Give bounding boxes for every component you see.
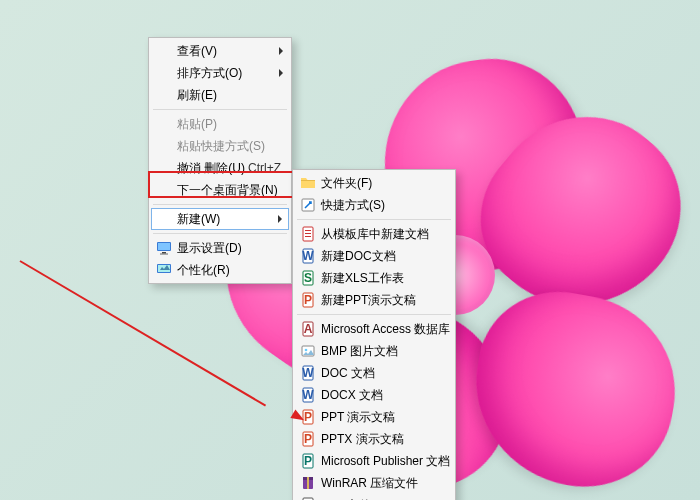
svg-point-19 <box>305 349 308 352</box>
menu-personalize[interactable]: 个性化(R) <box>151 259 289 281</box>
folder-icon <box>300 175 316 191</box>
new-from-template[interactable]: 从模板库中新建文档 <box>295 223 453 245</box>
menu-separator <box>153 109 287 110</box>
new-folder[interactable]: 文件夹(F) <box>295 172 453 194</box>
menu-paste: 粘贴(P) <box>151 113 289 135</box>
menu-separator <box>297 314 451 315</box>
ppt-icon: P <box>300 431 316 447</box>
svg-text:W: W <box>302 366 314 380</box>
svg-text:W: W <box>302 249 314 263</box>
chevron-right-icon <box>279 69 283 77</box>
menu-separator <box>153 204 287 205</box>
display-icon <box>156 240 172 256</box>
desktop-context-menu: 查看(V) 排序方式(O) 刷新(E) 粘贴(P) 粘贴快捷方式(S) 撤消 删… <box>148 37 292 284</box>
new-bmp[interactable]: BMP 图片文档 <box>295 340 453 362</box>
svg-rect-2 <box>162 252 166 254</box>
menu-separator <box>297 219 451 220</box>
word-icon: W <box>300 365 316 381</box>
excel-icon: S <box>300 270 316 286</box>
personalize-icon <box>156 262 172 278</box>
archive-icon <box>300 475 316 491</box>
menu-next-background[interactable]: 下一个桌面背景(N) <box>151 179 289 201</box>
new-rar[interactable]: WinRAR 压缩文件 <box>295 472 453 494</box>
new-doc[interactable]: WDOC 文档 <box>295 362 453 384</box>
svg-text:P: P <box>304 454 312 468</box>
menu-view[interactable]: 查看(V) <box>151 40 289 62</box>
chevron-right-icon <box>278 215 282 223</box>
svg-rect-1 <box>158 243 170 250</box>
menu-refresh[interactable]: 刷新(E) <box>151 84 289 106</box>
menu-new[interactable]: 新建(W) <box>151 208 289 230</box>
svg-text:P: P <box>304 432 312 446</box>
menu-sort-by[interactable]: 排序方式(O) <box>151 62 289 84</box>
svg-rect-3 <box>160 254 168 255</box>
new-doc-doc[interactable]: W新建DOC文档 <box>295 245 453 267</box>
menu-paste-shortcut: 粘贴快捷方式(S) <box>151 135 289 157</box>
new-shortcut[interactable]: 快捷方式(S) <box>295 194 453 216</box>
word-icon: W <box>300 248 316 264</box>
image-icon <box>300 343 316 359</box>
new-rtf[interactable]: RTF 文件 <box>295 494 453 500</box>
svg-text:P: P <box>304 293 312 307</box>
new-ppt-pres[interactable]: P新建PPT演示文稿 <box>295 289 453 311</box>
new-submenu: 文件夹(F) 快捷方式(S) 从模板库中新建文档 W新建DOC文档 S新建XLS… <box>292 169 456 500</box>
access-icon: A <box>300 321 316 337</box>
svg-text:A: A <box>304 322 313 336</box>
new-publisher[interactable]: PMicrosoft Publisher 文档 <box>295 450 453 472</box>
svg-rect-9 <box>305 236 311 237</box>
svg-rect-7 <box>305 230 311 231</box>
svg-text:W: W <box>302 388 314 402</box>
chevron-right-icon <box>279 47 283 55</box>
word-icon: W <box>300 387 316 403</box>
new-docx[interactable]: WDOCX 文档 <box>295 384 453 406</box>
svg-text:S: S <box>304 271 312 285</box>
ppt-icon: P <box>300 292 316 308</box>
svg-rect-8 <box>305 233 311 234</box>
new-xls-sheet[interactable]: S新建XLS工作表 <box>295 267 453 289</box>
menu-display-settings[interactable]: 显示设置(D) <box>151 237 289 259</box>
svg-rect-32 <box>307 477 309 489</box>
menu-undo-delete[interactable]: 撤消 删除(U)Ctrl+Z <box>151 157 289 179</box>
new-pptx[interactable]: PPPTX 演示文稿 <box>295 428 453 450</box>
new-access[interactable]: AMicrosoft Access 数据库 <box>295 318 453 340</box>
new-ppt[interactable]: PPPT 演示文稿 <box>295 406 453 428</box>
publisher-icon: P <box>300 453 316 469</box>
template-icon <box>300 226 316 242</box>
menu-separator <box>153 233 287 234</box>
shortcut-icon <box>300 197 316 213</box>
shortcut-label: Ctrl+Z <box>248 161 281 175</box>
